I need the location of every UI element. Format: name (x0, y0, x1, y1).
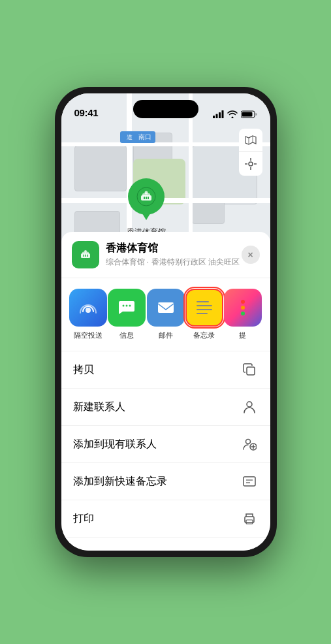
action-label-print: 打印 (73, 512, 94, 526)
action-label-add-note: 添加到新快速备忘录 (73, 475, 167, 489)
svg-rect-19 (148, 197, 149, 199)
location-button[interactable] (239, 152, 262, 176)
add-contact-icon (240, 435, 259, 453)
print-icon (240, 509, 259, 528)
location-header-icon (72, 241, 99, 268)
bottom-sheet: 香港体育馆 综合体育馆 · 香港特别行政区 油尖旺区 × 隔 (61, 232, 270, 551)
svg-point-27 (86, 308, 91, 313)
notes-lines (194, 297, 215, 318)
messages-icon-wrap (108, 289, 146, 327)
status-icons (213, 110, 257, 118)
map-type-button[interactable] (239, 129, 262, 152)
notes-line-2 (197, 305, 212, 306)
road-label: 道 南口 (120, 131, 156, 143)
location-info: 香港体育馆 综合体育馆 · 香港特别行政区 油尖旺区 (106, 242, 242, 268)
notes-line-4 (197, 313, 208, 314)
more-icon-wrap (224, 289, 262, 327)
share-label-notes: 备忘录 (193, 330, 215, 340)
svg-rect-24 (83, 255, 84, 257)
action-label-new-contact: 新建联系人 (73, 400, 125, 414)
svg-point-16 (144, 191, 148, 195)
wifi-icon (227, 110, 238, 118)
mail-icon-wrap (147, 289, 185, 327)
action-row-print[interactable]: 打印 (61, 500, 270, 538)
svg-point-30 (129, 305, 131, 307)
close-button[interactable]: × (242, 246, 260, 264)
share-label-more: 提 (239, 330, 246, 340)
svg-rect-38 (244, 477, 255, 486)
svg-rect-26 (87, 255, 88, 257)
svg-point-33 (247, 402, 252, 407)
notes-line-3 (197, 309, 212, 310)
location-pin: 香港体育馆 (127, 178, 166, 238)
notes-icon-wrap (185, 289, 223, 327)
svg-rect-25 (85, 255, 86, 257)
svg-point-34 (245, 440, 250, 444)
svg-point-8 (249, 162, 253, 166)
share-item-airdrop[interactable]: 隔空投送 (69, 289, 108, 340)
share-item-mail[interactable]: 邮件 (146, 289, 185, 340)
svg-rect-32 (247, 367, 255, 375)
svg-rect-31 (158, 302, 174, 313)
svg-rect-42 (246, 520, 253, 524)
share-label-airdrop: 隔空投送 (74, 330, 102, 340)
svg-rect-3 (221, 110, 223, 118)
pin-icon (128, 178, 165, 215)
notes-line-1 (197, 301, 209, 302)
action-label-copy: 拷贝 (73, 363, 94, 377)
action-row-copy[interactable]: 拷贝 (61, 351, 270, 389)
phone-frame: 09:41 (55, 87, 277, 557)
copy-icon (240, 361, 259, 379)
battery-icon (241, 110, 257, 118)
airdrop-icon-wrap (69, 289, 107, 327)
signal-icon (213, 110, 224, 118)
location-header: 香港体育馆 综合体育馆 · 香港特别行政区 油尖旺区 × (61, 232, 270, 278)
svg-rect-0 (213, 116, 215, 118)
dynamic-island (133, 100, 198, 118)
svg-rect-5 (242, 112, 252, 117)
svg-rect-18 (146, 197, 147, 199)
share-item-notes[interactable]: 备忘录 (185, 289, 223, 340)
svg-point-28 (123, 305, 125, 307)
svg-rect-1 (215, 114, 217, 119)
location-name: 香港体育馆 (106, 242, 242, 255)
action-row-new-contact[interactable]: 新建联系人 (61, 389, 270, 426)
share-item-messages[interactable]: 信息 (108, 289, 146, 340)
svg-point-29 (126, 305, 128, 307)
map-controls[interactable] (239, 129, 262, 176)
svg-rect-17 (144, 197, 145, 199)
svg-rect-2 (219, 112, 221, 118)
action-label-add-contact: 添加到现有联系人 (73, 438, 157, 451)
action-row-add-note[interactable]: 添加到新快速备忘录 (61, 463, 270, 500)
phone-screen: 09:41 (61, 93, 270, 551)
location-desc: 综合体育馆 · 香港特别行政区 油尖旺区 (106, 257, 242, 268)
add-note-icon (240, 472, 259, 491)
share-label-messages: 信息 (119, 330, 134, 340)
svg-point-23 (84, 250, 87, 253)
action-row-add-contact[interactable]: 添加到现有联系人 (61, 426, 270, 463)
share-row: 隔空投送 信息 (61, 278, 270, 351)
share-label-mail: 邮件 (159, 330, 173, 340)
status-time: 09:41 (74, 107, 99, 118)
new-contact-icon (240, 398, 259, 416)
share-item-more[interactable]: 提 (223, 289, 262, 340)
